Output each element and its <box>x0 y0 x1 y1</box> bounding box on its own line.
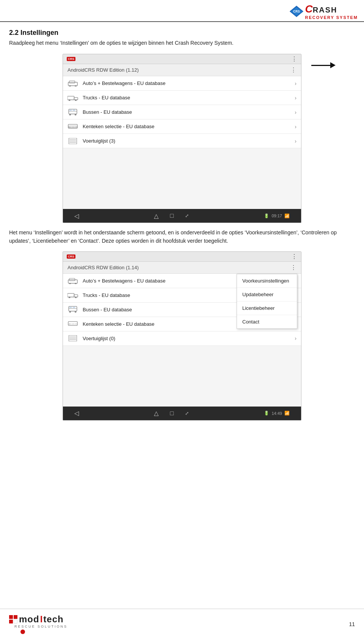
statusbar-left-1: CRS <box>67 57 75 61</box>
moditech-red-dot <box>20 630 25 634</box>
sq-red-1 <box>9 615 13 619</box>
expand-btn-2[interactable]: ⤢ <box>185 411 189 416</box>
logo-rash-text: RASH <box>313 6 337 14</box>
navbar-center-2: △ □ ⤢ <box>154 410 189 417</box>
chevron-cars-1: › <box>295 80 297 86</box>
modi-text: mod <box>19 614 39 625</box>
svg-rect-29 <box>67 294 74 297</box>
menu-list-1: Auto’s + Bestelwagens - EU database › <box>63 76 301 209</box>
app-title-text-2: AndroidCRS RDW Edition (1.14) <box>67 265 139 270</box>
bus-icon-2 <box>67 304 78 315</box>
signal-icon-2: 📶 <box>284 411 290 416</box>
three-dots-btn-1[interactable]: ⋮ <box>290 66 297 74</box>
section-desc: Raadpleeg het menu ‘Instellingen’ om de … <box>9 39 355 47</box>
svg-point-17 <box>75 114 77 116</box>
moditech-top: mod I tech <box>9 614 64 625</box>
menu-item-label-cars-1: Auto’s + Bestelwagens - EU database <box>83 80 295 86</box>
page-number: 11 <box>349 621 355 627</box>
chevron-trucks-1: › <box>295 95 297 101</box>
time-display-2: 14:49 <box>271 411 282 416</box>
chevron-plate-1: › <box>295 124 297 130</box>
menu-item-label-trucks-1: Trucks - EU database <box>83 95 295 100</box>
paragraph-text: Het menu ‘Instellingen’ wordt in het ond… <box>9 228 355 245</box>
logo-c-letter: C <box>305 3 313 15</box>
bus-icon-1 <box>67 107 78 118</box>
svg-point-27 <box>69 283 71 284</box>
battery-icon-1: 🔋 <box>264 214 269 218</box>
dropdown-licentiebeheer[interactable]: Licentiebeheer <box>237 301 297 315</box>
list-icon-1 <box>67 136 78 146</box>
svg-rect-36 <box>69 307 72 308</box>
empty-space-2 <box>63 346 301 407</box>
modi-tech-text: tech <box>43 614 63 625</box>
android-navbar-2: ◁ △ □ ⤢ 🔋 14:49 📶 <box>63 407 301 420</box>
expand-btn-1[interactable]: ⤢ <box>185 213 189 218</box>
main-content: 2.2 Instellingen Raadpleeg het menu ‘Ins… <box>0 22 364 431</box>
svg-rect-15 <box>73 109 75 111</box>
home-btn-1[interactable]: △ <box>154 212 158 220</box>
crs-badge-2: CRS <box>67 254 75 259</box>
plate-icon-2: AB-123-CD <box>67 319 78 329</box>
android-navbar-1: ◁ △ □ ⤢ 🔋 09:17 📶 <box>63 209 301 223</box>
dropdown-updatebeheer[interactable]: Updatebeheer <box>237 288 297 301</box>
svg-point-32 <box>69 297 70 298</box>
app-titlebar-1: AndroidCRS RDW Edition (1.12) ⋮ <box>63 64 301 76</box>
logo-subtitle: Recovery System <box>305 15 358 20</box>
logo-diamond-icon: CRS <box>289 4 304 19</box>
menu-item-label-buses-1: Bussen - EU database <box>83 109 295 115</box>
sq-red-3 <box>9 620 13 623</box>
recents-btn-2[interactable]: □ <box>170 410 174 417</box>
statusbar-1: CRS ⋮ <box>63 54 301 64</box>
menu-item-label-plate-1: Kenteken selectie - EU database <box>83 124 295 129</box>
navbar-center-1: △ □ ⤢ <box>154 212 189 220</box>
car-icon-1 <box>67 78 78 89</box>
svg-point-11 <box>75 99 77 100</box>
menu-item-buses-1[interactable]: Bussen - EU database › <box>63 105 301 119</box>
svg-point-38 <box>69 311 71 313</box>
dropdown-contact[interactable]: Contact <box>237 315 297 328</box>
arrow-head <box>330 62 336 68</box>
menu-item-trucks-1[interactable]: Trucks - EU database › <box>63 91 301 105</box>
page-header: CRS C RASH Recovery System <box>0 0 364 22</box>
chevron-list-1: › <box>295 138 297 144</box>
list-icon-2 <box>67 333 78 344</box>
svg-rect-7 <box>67 96 74 100</box>
modi-i-red: I <box>40 614 43 625</box>
android-screen-2: CRS ⋮ AndroidCRS RDW Edition (1.14) ⋮ Vo… <box>63 251 301 421</box>
svg-point-6 <box>75 85 77 86</box>
back-btn-1[interactable]: ◁ <box>74 212 79 220</box>
three-dots-icon-2[interactable]: ⋮ <box>291 253 297 260</box>
menu-item-list-2[interactable]: Voertuiglijst (0) › <box>63 331 301 346</box>
app-titlebar-2: AndroidCRS RDW Edition (1.14) ⋮ Voorkeur… <box>63 262 301 274</box>
moditech-subtitle: RESCUE SOLUTIONS <box>14 625 67 628</box>
three-dots-btn-2[interactable]: ⋮ <box>290 264 297 271</box>
svg-point-10 <box>69 99 70 100</box>
statusbar-right-2: ⋮ <box>291 253 297 260</box>
menu-item-plate-1[interactable]: AB-123-CD Kenteken selectie - EU databas… <box>63 119 301 134</box>
android-screen-1: CRS ⋮ AndroidCRS RDW Edition (1.12) ⋮ <box>63 54 301 223</box>
moditech-logo: mod I tech RESCUE SOLUTIONS <box>9 614 67 634</box>
three-dots-icon-1[interactable]: ⋮ <box>291 55 297 63</box>
chevron-buses-1: › <box>295 109 297 115</box>
svg-point-5 <box>69 85 71 86</box>
svg-text:AB-123-CD: AB-123-CD <box>69 323 77 325</box>
sq-red-2 <box>14 615 17 619</box>
menu-item-cars-1[interactable]: Auto’s + Bestelwagens - EU database › <box>63 76 301 91</box>
dropdown-voorkeur[interactable]: Voorkeursinstellingen <box>237 274 297 288</box>
logo-area: CRS C RASH Recovery System <box>287 3 358 20</box>
chevron-list-2: › <box>295 335 297 341</box>
home-btn-2[interactable]: △ <box>154 410 158 417</box>
car-icon-2 <box>67 275 78 286</box>
app-title-text-1: AndroidCRS RDW Edition (1.12) <box>67 67 139 73</box>
screen2-wrapper: CRS ⋮ AndroidCRS RDW Edition (1.14) ⋮ Vo… <box>63 251 301 421</box>
menu-item-list-1[interactable]: Voertuiglijst (3) › <box>63 134 301 148</box>
statusbar-2: CRS ⋮ <box>63 252 301 262</box>
empty-space-1 <box>63 148 301 209</box>
battery-icon-2: 🔋 <box>264 411 269 416</box>
svg-rect-37 <box>73 307 75 308</box>
screen1-wrapper: CRS ⋮ AndroidCRS RDW Edition (1.12) ⋮ <box>63 54 301 223</box>
back-btn-2[interactable]: ◁ <box>74 410 79 417</box>
svg-point-33 <box>75 297 77 298</box>
menu-item-label-list-2: Voertuiglijst (0) <box>83 336 295 341</box>
recents-btn-1[interactable]: □ <box>170 212 174 219</box>
